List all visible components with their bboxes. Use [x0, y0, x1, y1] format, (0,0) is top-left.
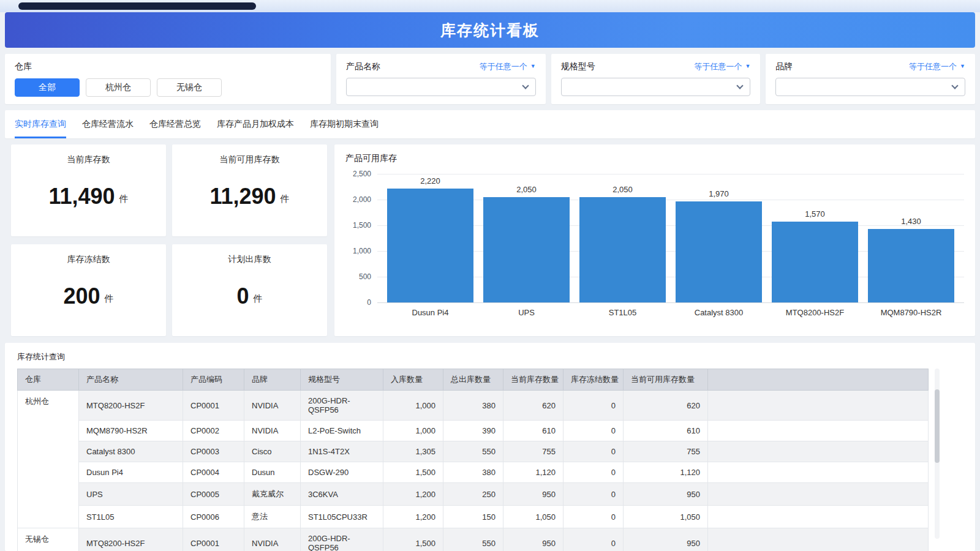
grid-line — [377, 302, 964, 303]
table-cell: 950 — [624, 483, 708, 506]
tab-item[interactable]: 仓库经营流水 — [82, 110, 134, 138]
table-title: 库存统计查询 — [17, 351, 963, 362]
x-axis-label: ST1L05 — [579, 308, 666, 317]
warehouse-filter-label: 仓库 — [15, 61, 321, 72]
table-cell: Cisco — [244, 441, 301, 462]
column-header: 规格型号 — [301, 369, 383, 391]
kpi-value-row: 11,290件 — [209, 165, 289, 236]
filter-head: 产品名称等于任意一个▼ — [346, 61, 536, 72]
table-cell: 950 — [503, 528, 564, 551]
chevron-down-icon — [737, 82, 744, 89]
table-cell: 755 — [503, 441, 564, 462]
table-cell: 0 — [564, 441, 624, 462]
y-axis: 2,5002,0001,5001,0005000 — [345, 174, 377, 302]
table-cell: 1,305 — [383, 441, 443, 462]
table-cell: MTQ8200-HS2F — [79, 528, 183, 551]
bars: 2,2202,0502,0501,9701,5701,430 — [377, 174, 964, 302]
table-cell: 3C6KVA — [301, 483, 383, 506]
table-cell-filler — [708, 462, 929, 483]
filter-operator-text: 等于任意一个 — [694, 61, 742, 72]
tab-item[interactable]: 库存产品月加权成本 — [217, 110, 294, 138]
table-cell: 550 — [443, 441, 503, 462]
table-row: 杭州仓MTQ8200-HS2FCP0001NVIDIA200G-HDR-QSFP… — [18, 391, 929, 421]
caret-down-icon: ▼ — [530, 64, 536, 69]
inventory-table-card: 库存统计查询 仓库产品名称产品编码品牌规格型号入库数量总出库数量当前库存数量库存… — [5, 343, 975, 551]
table-row: ST1L05CP0006意法ST1L05CPU33R1,2001501,0500… — [18, 506, 929, 528]
table-cell: MQM8790-HS2R — [79, 421, 183, 441]
table-cell: CP0004 — [183, 462, 244, 483]
table-cell: ST1L05CPU33R — [301, 506, 383, 528]
x-axis: Dusun Pi4UPSST1L05Catalyst 8300MTQ8200-H… — [377, 308, 964, 317]
table-cell: CP0006 — [183, 506, 244, 528]
table-cell: CP0001 — [183, 391, 244, 421]
filter-operator-link[interactable]: 等于任意一个▼ — [909, 61, 965, 72]
tab-item[interactable]: 实时库存查询 — [15, 110, 66, 138]
kpi-unit: 件 — [105, 293, 114, 305]
bar — [387, 189, 473, 302]
column-header: 库存冻结数量 — [564, 369, 624, 391]
table-cell-filler — [708, 421, 929, 441]
dashboard-header: 库存统计看板 — [5, 12, 975, 48]
bar-group: 1,570 — [772, 174, 858, 302]
filter-label: 产品名称 — [346, 61, 380, 72]
kpi-value-row: 200件 — [63, 265, 113, 336]
table-cell: CP0005 — [183, 483, 244, 506]
table-cell: NVIDIA — [244, 528, 301, 551]
bar-group: 2,050 — [483, 174, 570, 302]
table-cell: 0 — [564, 421, 624, 441]
filter-operator-text: 等于任意一个 — [480, 61, 527, 72]
table-cell: 380 — [443, 462, 503, 483]
spec-model-filter-card: 规格型号等于任意一个▼ — [551, 54, 761, 104]
y-axis-label: 1,000 — [353, 247, 371, 255]
table-cell: 250 — [443, 483, 503, 506]
filter-head: 规格型号等于任意一个▼ — [561, 61, 751, 72]
tab-item[interactable]: 库存期初期末查询 — [310, 110, 379, 138]
table-vertical-scrollbar[interactable] — [935, 369, 940, 539]
column-header-filler — [708, 369, 929, 391]
warehouse-options: 全部杭州仓无锡仓 — [15, 78, 321, 97]
filter-label: 品牌 — [775, 61, 793, 72]
bar-value-label: 2,050 — [516, 185, 537, 194]
warehouse-option-button[interactable]: 杭州仓 — [86, 78, 151, 97]
product-name-select[interactable] — [346, 78, 536, 96]
table-row: MQM8790-HS2RCP0002NVIDIAL2-PoE-Switch1,0… — [18, 421, 929, 441]
kpi-unit: 件 — [281, 193, 290, 205]
table-cell: 1,000 — [383, 421, 443, 441]
x-axis-label: MQM8790-HS2R — [868, 308, 954, 317]
table-cell: CP0003 — [183, 441, 244, 462]
table-cell: NVIDIA — [244, 391, 301, 421]
warehouse-option-button[interactable]: 全部 — [15, 78, 80, 97]
warehouse-cell: 无锡仓 — [18, 528, 79, 551]
table-cell: 610 — [624, 421, 708, 441]
kpi-unit: 件 — [254, 293, 263, 305]
tab-item[interactable]: 仓库经营总览 — [149, 110, 201, 138]
table-cell: 950 — [624, 528, 708, 551]
kpi-unit: 件 — [119, 193, 129, 205]
column-header: 仓库 — [18, 369, 79, 391]
kpi-card: 库存冻结数200件 — [11, 244, 166, 336]
table-cell: 380 — [443, 391, 503, 421]
scrollbar-handle[interactable] — [935, 389, 940, 463]
filter-operator-link[interactable]: 等于任意一个▼ — [480, 61, 536, 72]
table-cell: 620 — [624, 391, 708, 421]
table-row: UPSCP0005戴克威尔3C6KVA1,2002509500950 — [18, 483, 929, 506]
table-cell-filler — [708, 441, 929, 462]
table-cell: 550 — [443, 528, 503, 551]
bar-group: 1,430 — [868, 174, 954, 302]
column-header: 总出库数量 — [443, 369, 503, 391]
column-header: 品牌 — [244, 369, 301, 391]
kpi-label: 库存冻结数 — [67, 254, 110, 265]
warehouse-option-button[interactable]: 无锡仓 — [157, 78, 222, 97]
brand-select[interactable] — [775, 78, 965, 96]
bar-group: 2,050 — [579, 174, 666, 302]
table-cell: 意法 — [244, 506, 301, 528]
table-cell: 1,500 — [383, 528, 443, 551]
filter-operator-link[interactable]: 等于任意一个▼ — [694, 61, 750, 72]
filter-operator-text: 等于任意一个 — [909, 61, 957, 72]
spec-model-select[interactable] — [561, 78, 751, 96]
table-cell: Catalyst 8300 — [79, 441, 183, 462]
chevron-down-icon — [951, 82, 958, 89]
column-header: 入库数量 — [383, 369, 443, 391]
table-cell: 0 — [564, 483, 624, 506]
column-header: 当前可用库存数量 — [624, 369, 708, 391]
